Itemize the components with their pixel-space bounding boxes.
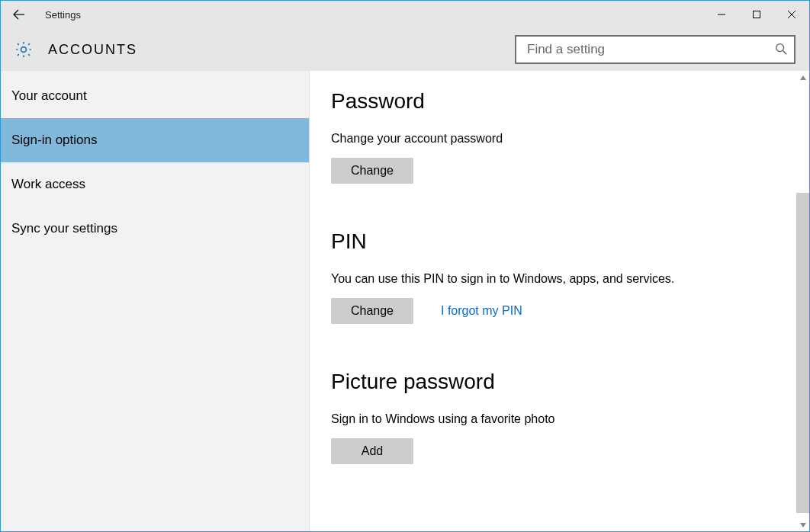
search-box[interactable] [515, 35, 796, 64]
pin-change-button[interactable]: Change [331, 298, 413, 324]
minimize-icon [717, 10, 726, 19]
sidebar-item-sign-in-options[interactable]: Sign-in options [1, 118, 309, 162]
forgot-pin-link[interactable]: I forgot my PIN [441, 304, 522, 318]
scroll-up-arrow-icon[interactable] [796, 71, 809, 84]
category-title: ACCOUNTS [48, 42, 137, 58]
close-button[interactable] [774, 1, 809, 28]
header-left: ACCOUNTS [13, 39, 137, 60]
svg-marker-8 [800, 75, 806, 80]
section-password: Password Change your account password Ch… [331, 89, 788, 184]
sidebar-item-your-account[interactable]: Your account [1, 74, 309, 118]
section-title: PIN [331, 229, 788, 254]
content-inner: Password Change your account password Ch… [310, 71, 809, 510]
titlebar-left: Settings [7, 2, 81, 27]
picture-password-add-button[interactable]: Add [331, 438, 413, 464]
sidebar-item-label: Work access [11, 177, 85, 192]
section-desc: You can use this PIN to sign in to Windo… [331, 272, 788, 286]
search-input[interactable] [526, 41, 774, 58]
maximize-button[interactable] [739, 1, 774, 28]
scrollbar-thumb[interactable] [796, 193, 809, 513]
gear-icon [13, 39, 34, 60]
back-arrow-icon [11, 7, 27, 22]
section-title: Picture password [331, 370, 788, 394]
app-title: Settings [45, 9, 81, 21]
maximize-icon [752, 10, 761, 19]
scrollbar[interactable] [796, 71, 809, 531]
sidebar-item-sync-your-settings[interactable]: Sync your settings [1, 207, 309, 251]
body: Your account Sign-in options Work access… [1, 71, 809, 531]
section-picture-password: Picture password Sign in to Windows usin… [331, 370, 788, 464]
pin-button-row: Change I forgot my PIN [331, 298, 788, 324]
close-icon [787, 10, 796, 19]
minimize-button[interactable] [704, 1, 739, 28]
header: ACCOUNTS [1, 28, 809, 71]
sidebar-item-label: Sync your settings [11, 221, 117, 236]
svg-line-7 [783, 50, 787, 54]
titlebar: Settings [1, 1, 809, 28]
svg-point-5 [21, 47, 27, 53]
sidebar-item-label: Sign-in options [11, 133, 97, 148]
scroll-down-arrow-icon[interactable] [796, 518, 809, 531]
section-desc: Change your account password [331, 132, 788, 146]
search-icon [774, 42, 788, 58]
settings-window: Settings [0, 0, 810, 532]
svg-marker-9 [800, 523, 806, 527]
sidebar-item-work-access[interactable]: Work access [1, 162, 309, 207]
svg-point-6 [776, 43, 784, 51]
window-controls [704, 1, 809, 28]
svg-rect-2 [754, 11, 760, 18]
section-desc: Sign in to Windows using a favorite phot… [331, 412, 788, 426]
content-pane: Password Change your account password Ch… [310, 71, 809, 531]
password-change-button[interactable]: Change [331, 158, 413, 184]
section-title: Password [331, 89, 788, 114]
back-button[interactable] [7, 2, 31, 27]
sidebar: Your account Sign-in options Work access… [1, 71, 310, 531]
section-pin: PIN You can use this PIN to sign in to W… [331, 229, 788, 324]
sidebar-item-label: Your account [11, 88, 87, 104]
